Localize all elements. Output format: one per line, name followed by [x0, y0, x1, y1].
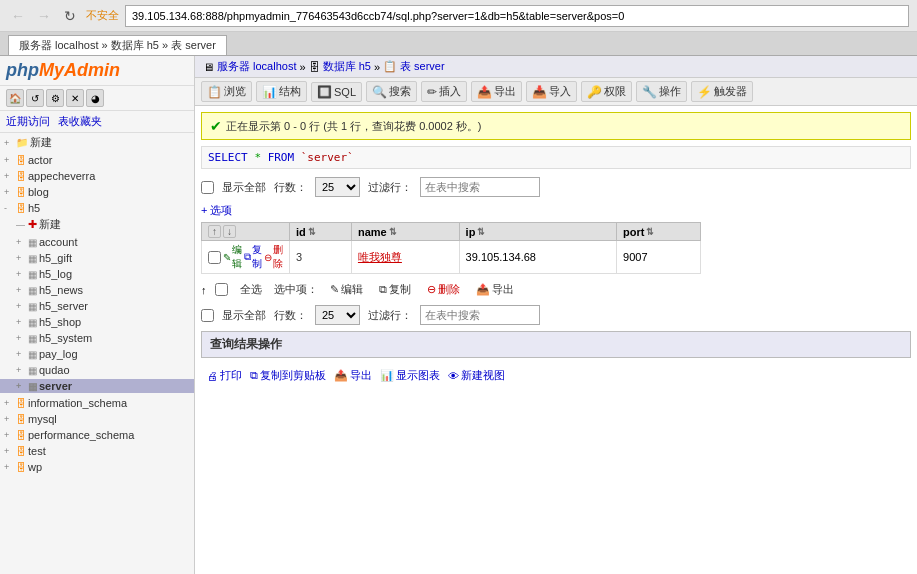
sidebar-header: phpMyAdmin — [0, 56, 194, 86]
table-row-new[interactable]: — ✚ 新建 — [0, 216, 194, 233]
import-btn[interactable]: 📥 导入 — [526, 81, 577, 102]
breadcrumb-db[interactable]: 数据库 h5 — [323, 59, 371, 74]
th-name[interactable]: name ⇅ — [351, 223, 459, 241]
privileges-icon: 🔑 — [587, 85, 602, 99]
url-bar[interactable] — [125, 5, 909, 27]
copy-row-btn[interactable]: ⧉ 复制 — [244, 243, 262, 271]
db-row-performance[interactable]: + 🗄 performance_schema — [0, 428, 194, 442]
bookmarks-link[interactable]: 表收藏夹 — [58, 114, 102, 129]
th-checkbox: ↑ ↓ — [202, 223, 290, 241]
table-row-h5shop[interactable]: + ▦ h5_shop — [0, 315, 194, 329]
table-row-h5system[interactable]: + ▦ h5_system — [0, 331, 194, 345]
select-all-checkbox[interactable] — [215, 283, 228, 296]
breadcrumb-sep1: » — [299, 61, 305, 73]
db-row-blog[interactable]: + 🗄 blog — [0, 185, 194, 199]
sql-star: * — [254, 151, 261, 164]
table-row-h5gift[interactable]: + ▦ h5_gift — [0, 251, 194, 265]
settings-icon-btn[interactable]: ⚙ — [46, 89, 64, 107]
breadcrumb-table[interactable]: 表 server — [400, 59, 445, 74]
sql-select: SELECT — [208, 151, 248, 164]
account-table-icon: ▦ — [28, 237, 37, 248]
db-row-mysql[interactable]: + 🗄 mysql — [0, 412, 194, 426]
browse-icon: 📋 — [207, 85, 222, 99]
expand-paylog: + — [16, 349, 26, 359]
export-link[interactable]: 📤 导出 — [334, 368, 372, 383]
display-chart-link[interactable]: 📊 显示图表 — [380, 368, 440, 383]
table-item-h5gift: + ▦ h5_gift — [0, 250, 194, 266]
db-row-information[interactable]: + 🗄 information_schema — [0, 396, 194, 410]
new-db-row[interactable]: + 📁 新建 — [0, 134, 194, 151]
db-row-test[interactable]: + 🗄 test — [0, 444, 194, 458]
db-row-actor[interactable]: + 🗄 actor — [0, 153, 194, 167]
table-item-h5log: + ▦ h5_log — [0, 266, 194, 282]
edit-row-btn[interactable]: ✎ 编辑 — [223, 243, 242, 271]
filter-input-bottom[interactable] — [420, 305, 540, 325]
structure-btn[interactable]: 📊 结构 — [256, 81, 307, 102]
delete-row-btn[interactable]: ⊖ 删除 — [264, 243, 283, 271]
show-all-checkbox-bottom[interactable] — [201, 309, 214, 322]
new-view-link[interactable]: 👁 新建视图 — [448, 368, 505, 383]
db-row-appecheverra[interactable]: + 🗄 appecheverra — [0, 169, 194, 183]
expand-test: + — [4, 446, 14, 456]
logout-icon-btn[interactable]: ✕ — [66, 89, 84, 107]
sql-btn[interactable]: 🔲 SQL — [311, 82, 362, 102]
expand-h5system: + — [16, 333, 26, 343]
db-row-wp[interactable]: + 🗄 wp — [0, 460, 194, 474]
row-checkbox-cell: ✎ 编辑 ⧉ 复制 ⊖ 删除 — [202, 241, 290, 274]
triggers-btn[interactable]: ⚡ 触发器 — [691, 81, 753, 102]
th-id[interactable]: id ⇅ — [290, 223, 352, 241]
th-ip[interactable]: ip ⇅ — [459, 223, 616, 241]
row-checkbox[interactable] — [208, 251, 221, 264]
table-row-account[interactable]: + ▦ account — [0, 235, 194, 249]
breadcrumb-server[interactable]: 服务器 localhost — [217, 59, 296, 74]
search-btn[interactable]: 🔍 搜索 — [366, 81, 417, 102]
db-item-test: + 🗄 test — [0, 443, 194, 459]
forward-button[interactable]: → — [34, 6, 54, 26]
operations-icon: 🔧 — [642, 85, 657, 99]
show-all-checkbox[interactable] — [201, 181, 214, 194]
db-row-h5[interactable]: - 🗄 h5 — [0, 201, 194, 215]
bottom-edit-btn[interactable]: ✎ 编辑 — [326, 280, 367, 299]
bottom-copy-btn[interactable]: ⧉ 复制 — [375, 280, 415, 299]
table-row-server[interactable]: + ▦ server — [0, 379, 194, 393]
rows-select-bottom[interactable]: 25 50 100 — [315, 305, 360, 325]
refresh-button[interactable]: ↻ — [60, 6, 80, 26]
options-container: + 选项 — [201, 203, 911, 218]
browse-btn[interactable]: 📋 浏览 — [201, 81, 252, 102]
bottom-export-btn[interactable]: 📤 导出 — [472, 280, 518, 299]
table-row-h5server[interactable]: + ▦ h5_server — [0, 299, 194, 313]
select-all-btn[interactable]: 全选 — [236, 280, 266, 299]
reload-icon-btn[interactable]: ↺ — [26, 89, 44, 107]
home-icon-btn[interactable]: 🏠 — [6, 89, 24, 107]
th-port[interactable]: port ⇅ — [617, 223, 701, 241]
expand-server: + — [16, 381, 26, 391]
browser-tab[interactable]: 服务器 localhost » 数据库 h5 » 表 server — [8, 35, 227, 55]
sort-up-btn[interactable]: ↑ — [208, 225, 221, 238]
bottom-delete-icon: ⊖ — [427, 283, 436, 296]
print-link[interactable]: 🖨 打印 — [207, 368, 242, 383]
export-btn[interactable]: 📤 导出 — [471, 81, 522, 102]
table-row-paylog[interactable]: + ▦ pay_log — [0, 347, 194, 361]
h5system-table-icon: ▦ — [28, 333, 37, 344]
table-item-qudao: + ▦ qudao — [0, 362, 194, 378]
paylog-table-icon: ▦ — [28, 349, 37, 360]
filter-input[interactable] — [420, 177, 540, 197]
table-row-h5news[interactable]: + ▦ h5_news — [0, 283, 194, 297]
table-row-qudao[interactable]: + ▦ qudao — [0, 363, 194, 377]
theme-icon-btn[interactable]: ◕ — [86, 89, 104, 107]
recent-link[interactable]: 近期访问 — [6, 114, 50, 129]
show-all-label-bottom: 显示全部 — [222, 308, 266, 323]
table-row-h5log[interactable]: + ▦ h5_log — [0, 267, 194, 281]
insert-btn[interactable]: ✏ 插入 — [421, 81, 467, 102]
privileges-btn[interactable]: 🔑 权限 — [581, 81, 632, 102]
appecheverra-db-icon: 🗄 — [16, 171, 26, 182]
back-button[interactable]: ← — [8, 6, 28, 26]
operations-btn[interactable]: 🔧 操作 — [636, 81, 687, 102]
table-controls-top: 显示全部 行数： 25 50 100 过滤行： — [201, 177, 911, 197]
tab-label: 服务器 localhost » 数据库 h5 » 表 server — [19, 38, 216, 53]
copy-clipboard-link[interactable]: ⧉ 复制到剪贴板 — [250, 368, 326, 383]
options-link[interactable]: + 选项 — [201, 204, 232, 216]
rows-select[interactable]: 25 50 100 — [315, 177, 360, 197]
bottom-delete-btn[interactable]: ⊖ 删除 — [423, 280, 464, 299]
sort-down-btn[interactable]: ↓ — [223, 225, 236, 238]
